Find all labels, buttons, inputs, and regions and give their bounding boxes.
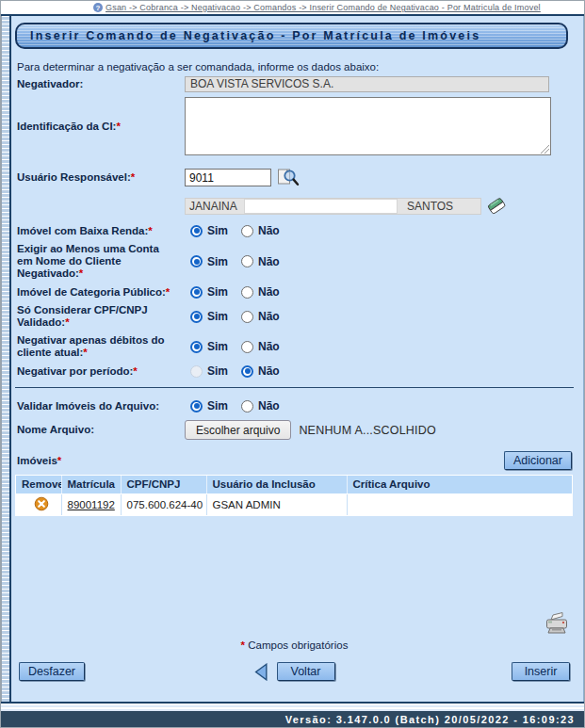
page-title-text: Inserir Comando de Negativação - Por Mat… (30, 29, 480, 42)
radio-label-nao: Não (258, 224, 280, 237)
col-header-remover: Remover (16, 476, 61, 493)
exigir-conta-radios: Sim Não (185, 255, 280, 268)
form-panel: Inserir Comando de Negativação - Por Mat… (11, 16, 584, 702)
periodo-radio-sim (190, 365, 203, 378)
negativar-periodo-label: Negativar por período:* (17, 365, 185, 378)
cpf-validado-label: Só Considerar CPF/CNPJ Validado:* (17, 304, 185, 329)
validar-imoveis-label: Validar Imóveis do Arquivo: (17, 400, 185, 413)
debitos-radio-sim[interactable] (190, 341, 203, 353)
breadcrumb-path-link[interactable]: Gsan -> Cobranca -> Negativacao -> Coman… (106, 3, 541, 12)
negativador-field: BOA VISTA SERVICOS S.A. (185, 76, 549, 92)
identificacao-ci-label: Identificação da CI:* (17, 121, 185, 133)
baixa-renda-radios: Sim Não (185, 224, 280, 237)
help-icon[interactable]: ? (93, 3, 103, 12)
col-header-critica-arquivo: Crítica Arquivo (347, 476, 572, 493)
cpf-validado-radio-nao[interactable] (241, 311, 253, 323)
search-icon[interactable] (277, 167, 300, 188)
validar-imoveis-radios: Sim Não (185, 399, 280, 413)
baixa-renda-label: Imóvel com Baixa Renda:* (17, 225, 185, 237)
breadcrumb: ? Gsan -> Cobranca -> Negativacao -> Com… (1, 1, 584, 14)
desfazer-button[interactable]: Desfazer (19, 662, 85, 681)
negativador-label: Negativador: (17, 78, 185, 90)
col-header-matricula: Matrícula (61, 476, 121, 493)
printer-icon[interactable] (544, 611, 570, 636)
baixa-renda-radio-nao[interactable] (241, 225, 253, 237)
cpf-validado-radio-sim[interactable] (190, 311, 203, 323)
usuario-middle-input[interactable] (244, 199, 398, 214)
col-header-cpf-cnpj: CPF/CNPJ (121, 476, 206, 493)
col-header-usuario-inclusao: Usuário da Inclusão (206, 476, 347, 493)
file-status-text: NENHUM A...SCOLHIDO (299, 424, 436, 437)
usuario-responsavel-label: Usuário Responsável:* (17, 171, 185, 184)
critica-arquivo-cell (347, 493, 572, 515)
gsan-window: ? Gsan -> Cobranca -> Negativacao -> Com… (0, 0, 585, 728)
cpf-cnpj-cell: 075.600.624-40 (121, 493, 206, 515)
usuario-responsavel-input[interactable] (185, 169, 271, 186)
intro-text: Para determinar a negativação a ser coma… (15, 61, 574, 73)
table-row: 89001192 075.600.624-40 GSAN ADMIN (16, 493, 572, 515)
exigir-conta-radio-sim[interactable] (190, 255, 203, 267)
footer-bar: Versão: 3.147.0.0 (Batch) 20/05/2022 - 1… (1, 711, 584, 727)
exigir-conta-label: Exigir ao Menos uma Conta em Nome do Cli… (17, 243, 185, 280)
validar-radio-sim[interactable] (190, 400, 203, 413)
bottom-stripes (1, 704, 584, 711)
choose-file-button[interactable]: Escolher arquivo (185, 420, 291, 440)
usuario-inclusao-cell: GSAN ADMIN (206, 493, 347, 515)
left-ridge-strip (1, 16, 11, 702)
categoria-publico-radio-nao[interactable] (241, 286, 253, 299)
exigir-conta-radio-nao[interactable] (241, 255, 253, 267)
categoria-publico-label: Imóvel de Categoria Público:* (17, 286, 185, 299)
usuario-last-name: SANTOS (398, 200, 453, 213)
usuario-nome-strip: JANAINA SANTOS (185, 198, 481, 215)
voltar-button[interactable]: Voltar (277, 662, 335, 681)
baixa-renda-radio-sim[interactable] (190, 225, 203, 237)
usuario-first-name: JANAINA (186, 200, 244, 213)
remove-row-icon[interactable] (34, 496, 49, 511)
cpf-validado-radios: Sim Não (185, 310, 280, 323)
debitos-cliente-atual-radios: Sim Não (185, 340, 280, 353)
imoveis-label: Imóveis* (17, 455, 61, 466)
imoveis-table: Remover Matrícula CPF/CNPJ Usuário da In… (15, 475, 573, 516)
identificacao-ci-textarea[interactable] (185, 97, 551, 155)
validar-radio-nao[interactable] (241, 400, 253, 413)
matricula-link[interactable]: 89001192 (68, 499, 115, 510)
radio-label-sim: Sim (207, 224, 228, 237)
periodo-radio-nao[interactable] (241, 365, 253, 378)
eraser-icon[interactable] (487, 196, 508, 217)
page-title: Inserir Comando de Negativação - Por Mat… (15, 23, 568, 49)
categoria-publico-radio-sim[interactable] (190, 286, 203, 299)
inserir-button[interactable]: Inserir (512, 662, 570, 681)
negativar-periodo-radios: Sim Não (185, 364, 280, 378)
adicionar-button[interactable]: Adicionar (504, 451, 572, 470)
back-arrow-icon[interactable] (254, 663, 268, 681)
categoria-publico-radios: Sim Não (185, 285, 280, 299)
required-fields-note: * Campos obrigatórios (15, 639, 574, 651)
debitos-radio-nao[interactable] (241, 341, 253, 353)
section-divider (15, 387, 574, 388)
nome-arquivo-label: Nome Arquivo: (17, 424, 185, 436)
debitos-cliente-atual-label: Negativar apenas débitos do cliente atua… (17, 334, 185, 359)
version-text: Versão: 3.147.0.0 (Batch) 20/05/2022 - 1… (285, 714, 575, 725)
